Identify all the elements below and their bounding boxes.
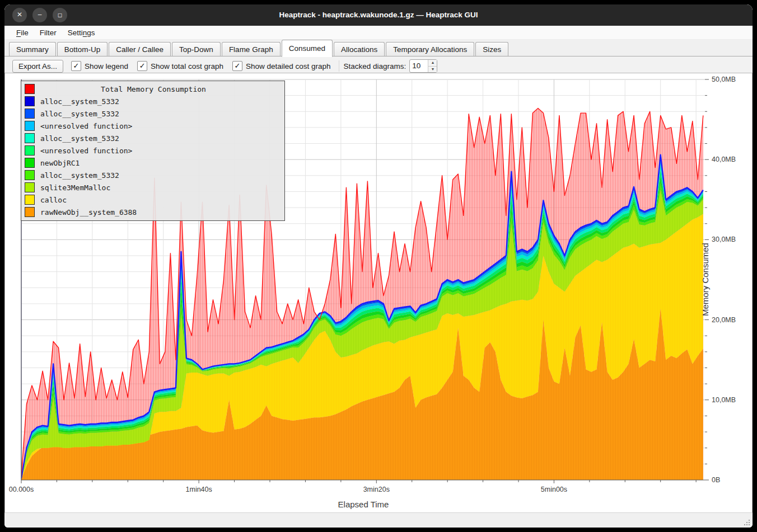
legend-item: alloc__system_5332 bbox=[21, 107, 284, 120]
y-tick-label: 0B bbox=[712, 476, 720, 484]
legend-item: <unresolved function> bbox=[21, 144, 284, 157]
legend-swatch bbox=[25, 84, 35, 94]
legend-swatch bbox=[25, 158, 35, 168]
legend-label: alloc__system_5332 bbox=[40, 97, 119, 106]
spin-up-icon[interactable]: ▲ bbox=[428, 60, 437, 67]
x-tick-label: 3min20s bbox=[363, 486, 390, 493]
tab-temporary-allocations[interactable]: Temporary Allocations bbox=[386, 42, 474, 57]
legend-label: alloc__system_5332 bbox=[40, 110, 119, 118]
app-window: ✕ – ◻ Heaptrack - heaptrack.wakunode.1.g… bbox=[4, 4, 753, 528]
checkbox-icon[interactable]: ✓ bbox=[137, 61, 147, 71]
menu-item-settings[interactable]: Settings bbox=[63, 27, 100, 38]
menu-item-filter[interactable]: Filter bbox=[35, 27, 62, 38]
checkbox-show-detailed-cost-graph[interactable]: ✓Show detailed cost graph bbox=[232, 61, 331, 71]
legend-item: alloc__system_5332 bbox=[21, 95, 284, 107]
tab-flame-graph[interactable]: Flame Graph bbox=[222, 42, 281, 57]
legend-item: sqlite3MemMalloc bbox=[21, 181, 284, 194]
spin-down-icon[interactable]: ▼ bbox=[428, 67, 437, 73]
y-tick-label: 40,0MB bbox=[712, 156, 736, 163]
y-tick-label: 30,0MB bbox=[712, 236, 736, 243]
chart-legend: Total Memory Consumptionalloc__system_53… bbox=[21, 81, 285, 221]
legend-item: Total Memory Consumption bbox=[21, 83, 284, 95]
stacked-diagrams-stepper[interactable]: 10 ▲ ▼ bbox=[409, 59, 437, 73]
checkbox-group: ✓Show legend✓Show total cost graph✓Show … bbox=[71, 61, 331, 71]
tab-sizes[interactable]: Sizes bbox=[475, 42, 508, 57]
legend-item: newObjRC1 bbox=[21, 157, 284, 169]
x-tick-label: 00.000s bbox=[9, 486, 34, 493]
legend-label: alloc__system_5332 bbox=[40, 134, 119, 143]
checkbox-show-total-cost-graph[interactable]: ✓Show total cost graph bbox=[137, 61, 223, 71]
y-tick-label: 20,0MB bbox=[712, 316, 736, 324]
legend-label: alloc__system_5332 bbox=[40, 171, 119, 180]
tab-consumed[interactable]: Consumed bbox=[282, 40, 333, 57]
title-bar[interactable]: ✕ – ◻ Heaptrack - heaptrack.wakunode.1.g… bbox=[4, 4, 753, 26]
checkbox-label: Show total cost graph bbox=[151, 62, 223, 70]
tab-bar: SummaryBottom-UpCaller / CalleeTop-DownF… bbox=[4, 40, 753, 57]
y-tick-label: 50,0MB bbox=[712, 76, 736, 83]
legend-swatch bbox=[25, 133, 35, 143]
legend-swatch bbox=[25, 96, 35, 106]
legend-swatch bbox=[25, 182, 35, 192]
toolbar-separator bbox=[339, 60, 339, 72]
legend-swatch bbox=[25, 145, 35, 156]
legend-item: calloc bbox=[21, 194, 284, 206]
legend-swatch bbox=[25, 121, 35, 131]
memory-chart-panel[interactable]: 00.000s1min40s3min20s5min00s0B10,0MB20,0… bbox=[4, 73, 753, 513]
x-axis-title: Elapsed Time bbox=[5, 500, 722, 509]
legend-label: Total Memory Consumption bbox=[40, 85, 267, 93]
tab-bottom-up[interactable]: Bottom-Up bbox=[57, 42, 108, 57]
checkbox-icon[interactable]: ✓ bbox=[232, 61, 242, 71]
resize-grip-icon[interactable] bbox=[742, 517, 750, 525]
tab-allocations[interactable]: Allocations bbox=[334, 42, 385, 57]
legend-item: alloc__system_5332 bbox=[21, 132, 284, 144]
legend-item: alloc__system_5332 bbox=[21, 169, 284, 181]
legend-swatch bbox=[25, 109, 35, 119]
legend-label: <unresolved function> bbox=[40, 122, 132, 130]
legend-label: sqlite3MemMalloc bbox=[40, 183, 110, 192]
tab-summary[interactable]: Summary bbox=[9, 42, 56, 57]
menu-item-file[interactable]: File bbox=[11, 27, 34, 38]
checkbox-label: Show legend bbox=[85, 62, 128, 70]
legend-label: calloc bbox=[40, 196, 67, 204]
window-title: Heaptrack - heaptrack.wakunode.1.gz — He… bbox=[4, 4, 753, 26]
tab-caller-callee[interactable]: Caller / Callee bbox=[109, 42, 171, 57]
legend-item: rawNewObj__system_6388 bbox=[21, 206, 284, 218]
x-tick-label: 1min40s bbox=[186, 486, 212, 493]
legend-item: <unresolved function> bbox=[21, 120, 284, 132]
legend-label: newObjRC1 bbox=[40, 159, 80, 167]
legend-swatch bbox=[25, 207, 35, 217]
export-as-button[interactable]: Export As... bbox=[12, 60, 63, 73]
checkbox-icon[interactable]: ✓ bbox=[71, 61, 81, 71]
legend-swatch bbox=[25, 170, 35, 180]
stacked-diagrams-label: Stacked diagrams: bbox=[344, 62, 406, 70]
x-tick-label: 5min00s bbox=[541, 486, 567, 493]
stacked-diagrams-group: Stacked diagrams: 10 ▲ ▼ bbox=[344, 59, 438, 73]
checkbox-show-legend[interactable]: ✓Show legend bbox=[71, 61, 128, 71]
legend-label: <unresolved function> bbox=[40, 147, 132, 155]
legend-label: rawNewObj__system_6388 bbox=[40, 208, 137, 216]
checkbox-label: Show detailed cost graph bbox=[246, 62, 331, 70]
y-axis-title: Memory Consumed bbox=[700, 235, 710, 324]
legend-swatch bbox=[25, 195, 35, 205]
y-tick-label: 10,0MB bbox=[712, 396, 736, 404]
status-bar bbox=[4, 512, 753, 528]
menu-bar: FileFilterSettings bbox=[4, 26, 753, 40]
stacked-diagrams-value[interactable]: 10 bbox=[410, 60, 428, 72]
tab-top-down[interactable]: Top-Down bbox=[172, 42, 221, 57]
